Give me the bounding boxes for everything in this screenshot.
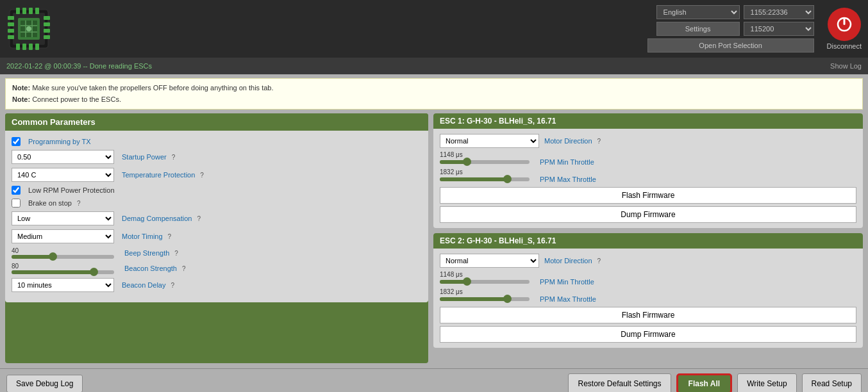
beacon-strength-thumb[interactable] (90, 268, 98, 276)
param-motor-timing: Medium Motor Timing ? (12, 229, 422, 243)
esc2-motor-direction-help-icon[interactable]: ? (597, 257, 601, 265)
esc2-ppm-max-label: PPM Max Throttle (540, 295, 596, 303)
beacon-delay-select[interactable]: 10 minutes (12, 278, 114, 292)
svg-rect-8 (44, 29, 50, 33)
svg-rect-7 (44, 22, 50, 26)
brake-stop-help-icon[interactable]: ? (77, 200, 81, 207)
svg-rect-26 (843, 18, 845, 25)
disconnect-button[interactable]: Disconnect (827, 8, 862, 50)
open-port-button[interactable]: Open Port Selection (647, 38, 814, 53)
svg-rect-16 (29, 44, 33, 50)
disconnect-label: Disconnect (827, 42, 862, 50)
esc2-flash-firmware-button[interactable]: Flash Firmware (440, 307, 856, 323)
demag-help-icon[interactable]: ? (197, 215, 201, 222)
esc1-ppm-max-label: PPM Max Throttle (540, 176, 596, 183)
write-setup-button[interactable]: Write Setup (737, 373, 796, 392)
esc2-ppm-max-thumb[interactable] (503, 295, 512, 303)
show-log-button[interactable]: Show Log (830, 62, 862, 70)
brake-stop-label: Brake on stop (28, 199, 72, 207)
footer: Save Debug Log Restore Default Settings … (0, 368, 868, 392)
beacon-delay-label: Beacon Delay (122, 281, 166, 289)
note-line1: Note: Make sure you've taken the propell… (12, 83, 856, 94)
disconnect-circle (828, 8, 861, 41)
param-demag: Low Demag Compensation ? (12, 211, 422, 225)
esc2-ppm-min-us: 1148 μs (440, 271, 856, 278)
app-logo (6, 6, 51, 51)
svg-rect-9 (44, 35, 50, 39)
time-display[interactable]: 1155:22336 (744, 5, 814, 19)
esc2-motor-direction-select[interactable]: Normal Reversed (440, 254, 539, 268)
esc1-body: Normal Reversed Motor Direction ? 1148 μ… (433, 129, 863, 228)
esc2-ppm-min-area: 1148 μs PPM Min Throttle (440, 271, 856, 286)
svg-rect-11 (22, 8, 26, 14)
esc1-motor-direction-select[interactable]: Normal Reversed (440, 134, 539, 148)
note-line2: Note: Connect power to the ESCs. (12, 94, 856, 106)
esc2-ppm-max-area: 1832 μs PPM Max Throttle (440, 288, 856, 303)
startup-power-help-icon[interactable]: ? (172, 154, 176, 161)
temp-protection-select[interactable]: 140 C (12, 168, 114, 182)
brake-stop-checkbox[interactable] (12, 199, 21, 208)
esc1-header: ESC 1: G-H-30 - BLHeli_S, 16.71 (433, 113, 863, 129)
esc1-ppm-max-thumb[interactable] (503, 175, 512, 183)
param-brake-stop: Brake on stop ? (12, 199, 422, 208)
beep-strength-label: Beep Strength (124, 249, 169, 257)
esc1-panel: ESC 1: G-H-30 - BLHeli_S, 16.71 Normal R… (433, 113, 863, 228)
esc2-ppm-min-thumb[interactable] (463, 277, 471, 286)
esc1-motor-direction-help-icon[interactable]: ? (597, 138, 601, 145)
svg-rect-14 (16, 44, 20, 50)
param-low-rpm: Low RPM Power Protection (12, 186, 422, 195)
left-panel-body: Programming by TX 0.50 Startup Power ? 1… (5, 131, 428, 302)
header-controls: English 1155:22336 Settings 115200 Open … (647, 5, 814, 53)
esc1-flash-firmware-button[interactable]: Flash Firmware (440, 187, 856, 204)
esc2-panel: ESC 2: G-H-30 - BLHeli_S, 16.71 Normal R… (433, 233, 863, 348)
motor-timing-help-icon[interactable]: ? (168, 233, 172, 240)
demag-label: Demag Compensation (122, 215, 192, 222)
svg-rect-10 (16, 8, 20, 14)
baud-select[interactable]: 115200 (744, 22, 814, 36)
esc1-ppm-max-area: 1832 μs PPM Max Throttle (440, 168, 856, 183)
restore-defaults-button[interactable]: Restore Default Settings (568, 373, 671, 392)
low-rpm-checkbox[interactable] (12, 186, 21, 195)
param-beacon-strength: 80 Beacon Strength ? (12, 263, 422, 274)
beacon-delay-help-icon[interactable]: ? (171, 282, 175, 289)
startup-power-select[interactable]: 0.50 (12, 150, 114, 164)
language-select[interactable]: English (656, 5, 740, 19)
svg-rect-13 (35, 8, 39, 14)
esc2-ppm-min-label: PPM Min Throttle (540, 278, 594, 286)
demag-select[interactable]: Low (12, 211, 114, 225)
param-beacon-delay: 10 minutes Beacon Delay ? (12, 278, 422, 292)
esc2-motor-direction-row: Normal Reversed Motor Direction ? (440, 254, 856, 268)
programming-tx-label: Programming by TX (28, 138, 91, 145)
footer-right: Restore Default Settings Flash All Write… (568, 373, 862, 392)
esc2-dump-firmware-button[interactable]: Dump Firmware (440, 326, 856, 343)
svg-rect-6 (44, 16, 50, 20)
param-programming-tx: Programming by TX (12, 137, 422, 146)
temp-protection-help-icon[interactable]: ? (200, 172, 204, 179)
svg-rect-4 (8, 29, 14, 33)
esc1-motor-direction-row: Normal Reversed Motor Direction ? (440, 134, 856, 148)
beacon-strength-help-icon[interactable]: ? (182, 265, 186, 272)
save-debug-button[interactable]: Save Debug Log (6, 375, 83, 392)
left-panel-title: Common Parameters (5, 113, 428, 131)
settings-button[interactable]: Settings (656, 22, 740, 36)
status-bar: 2022-01-22 @ 00:00:39 -- Done reading ES… (0, 58, 868, 74)
esc1-motor-direction-label: Motor Direction (544, 137, 592, 145)
read-setup-button[interactable]: Read Setup (802, 373, 862, 392)
flash-all-button[interactable]: Flash All (676, 373, 733, 392)
beep-strength-thumb[interactable] (49, 252, 57, 261)
svg-rect-15 (22, 44, 26, 50)
programming-tx-checkbox[interactable] (12, 137, 21, 146)
esc2-motor-direction-label: Motor Direction (544, 257, 592, 265)
svg-point-24 (26, 26, 31, 31)
motor-timing-select[interactable]: Medium (12, 229, 114, 243)
note-box: Note: Make sure you've taken the propell… (5, 78, 863, 110)
left-panel: Common Parameters Programming by TX 0.50… (5, 113, 428, 363)
esc1-ppm-min-label: PPM Min Throttle (540, 158, 594, 166)
esc1-ppm-min-thumb[interactable] (463, 158, 471, 166)
param-temp-protection: 140 C Temperature Protection ? (12, 168, 422, 182)
svg-rect-17 (35, 44, 39, 50)
param-beep-strength: 40 Beep Strength ? (12, 247, 422, 259)
esc1-dump-firmware-button[interactable]: Dump Firmware (440, 206, 856, 223)
param-startup-power: 0.50 Startup Power ? (12, 150, 422, 164)
beep-strength-help-icon[interactable]: ? (174, 250, 178, 257)
